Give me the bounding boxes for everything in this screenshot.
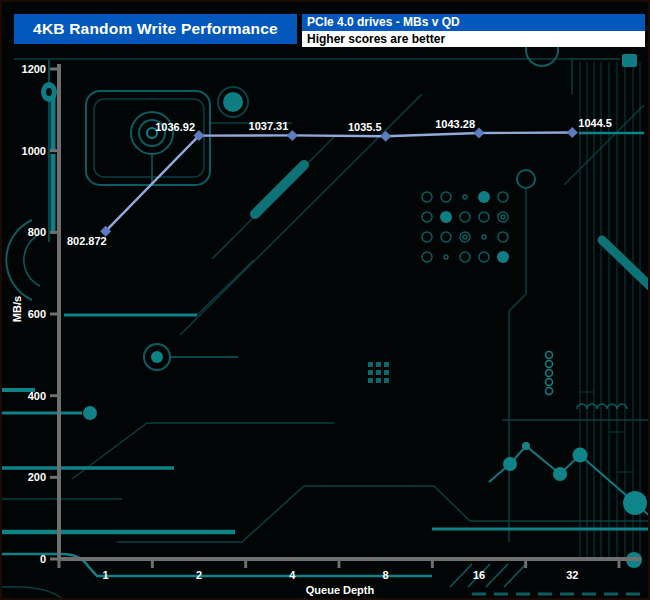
data-point-marker [474,127,485,138]
y-axis-title: MB/s [11,296,23,322]
y-tick-label: 400 [28,390,46,402]
data-point-label: 1035.5 [348,121,382,133]
chart-title-bar: 4KB Random Write Performance [14,14,297,44]
data-point-label: 1036.92 [155,121,195,133]
data-point-marker [380,131,391,142]
data-point-label: 1037.31 [249,120,289,132]
chart-title: 4KB Random Write Performance [33,20,278,38]
y-tick-label: 200 [28,471,46,483]
y-tick-label: 1200 [22,63,46,75]
y-tick-label: 800 [28,226,46,238]
chart-canvas: 02004006008001000120012481632802.8721036… [0,0,650,600]
data-point-marker [567,127,578,138]
legend-note-label: Higher scores are better [302,31,645,47]
x-tick-label: 4 [289,569,296,581]
performance-line-chart: 02004006008001000120012481632802.8721036… [2,2,650,600]
legend-primary-label: PCIe 4.0 drives - MBs v QD [302,14,645,31]
legend-box: PCIe 4.0 drives - MBs v QD Higher scores… [302,14,645,47]
x-tick-label: 8 [383,569,389,581]
y-tick-label: 0 [40,553,46,565]
x-tick-label: 16 [473,569,485,581]
y-tick-label: 1000 [22,145,46,157]
data-point-label: 1044.5 [578,117,612,129]
y-tick-label: 600 [28,308,46,320]
data-point-label: 802.872 [67,235,107,247]
x-tick-label: 2 [196,569,202,581]
data-point-marker [287,130,298,141]
x-tick-label: 1 [103,569,109,581]
x-tick-label: 32 [566,569,578,581]
data-point-label: 1043.28 [435,118,475,130]
x-axis-title: Queue Depth [306,584,374,596]
data-line [106,133,573,232]
